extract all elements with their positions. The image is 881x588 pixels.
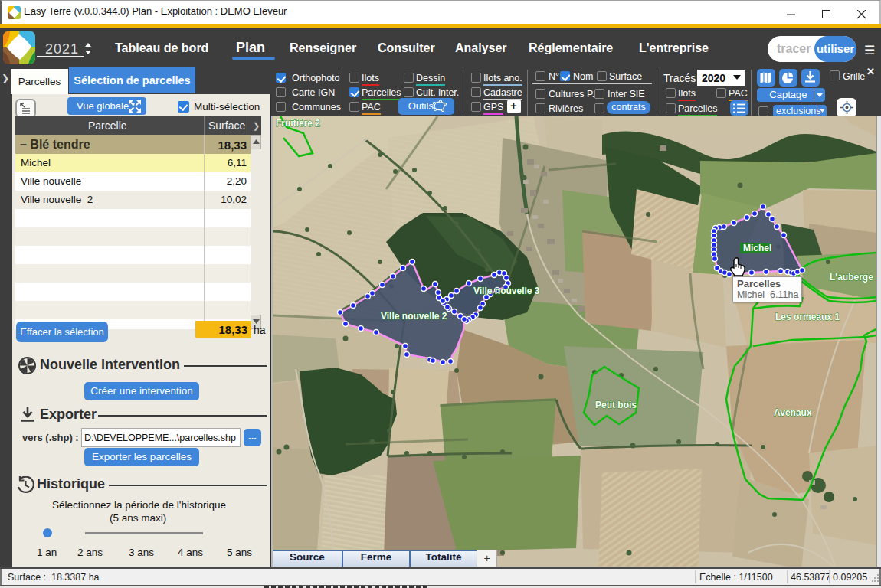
svg-text:L'auberge: L'auberge (830, 272, 873, 283)
svg-text:Ville nouvelle 2: Ville nouvelle 2 (381, 311, 447, 322)
svg-text:Avenaux: Avenaux (774, 407, 812, 418)
svg-text:Fruitière 2: Fruitière 2 (276, 118, 320, 129)
svg-text:Petit bois: Petit bois (595, 400, 637, 410)
svg-text:Ville nouvelle 3: Ville nouvelle 3 (473, 286, 540, 296)
svg-text:Les ormeaux 1: Les ormeaux 1 (775, 312, 840, 322)
svg-text:Michel: Michel (743, 243, 771, 253)
